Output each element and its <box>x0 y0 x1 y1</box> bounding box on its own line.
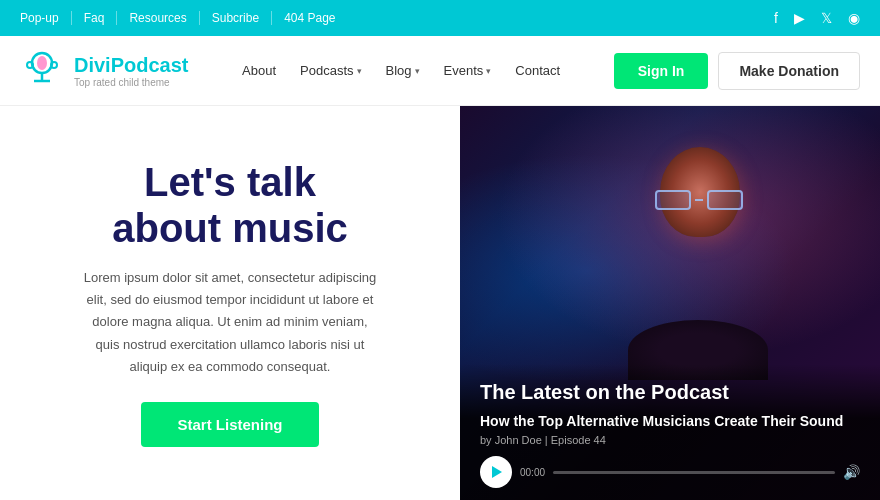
podcasts-arrow-icon: ▾ <box>357 66 362 76</box>
podcast-panel: The Latest on the Podcast How the Top Al… <box>460 106 880 500</box>
glasses <box>655 189 745 211</box>
hero-section: Let's talk about music Lorem ipsum dolor… <box>0 106 460 500</box>
play-icon <box>492 466 502 478</box>
time-display: 00:00 <box>520 467 545 478</box>
facebook-icon[interactable]: f <box>774 10 778 26</box>
social-icons: f ▶ 𝕏 ◉ <box>774 10 860 26</box>
topbar-link-subscribe[interactable]: Subcribe <box>200 11 272 25</box>
nav-podcasts[interactable]: Podcasts ▾ <box>290 57 371 84</box>
blog-arrow-icon: ▾ <box>415 66 420 76</box>
top-bar-nav: Pop-up Faq Resources Subcribe 404 Page <box>20 11 348 25</box>
instagram-icon[interactable]: ◉ <box>848 10 860 26</box>
header-buttons: Sign In Make Donation <box>614 52 860 90</box>
player-bar: 00:00 🔊 <box>480 456 860 488</box>
nav-contact[interactable]: Contact <box>505 57 570 84</box>
logo-text: DiviPodcast Top rated child theme <box>74 54 189 88</box>
man-figure <box>460 106 880 380</box>
main-content: Let's talk about music Lorem ipsum dolor… <box>0 106 880 500</box>
topbar-link-resources[interactable]: Resources <box>117 11 199 25</box>
play-button[interactable] <box>480 456 512 488</box>
podcast-overlay: The Latest on the Podcast How the Top Al… <box>460 364 880 500</box>
svg-point-1 <box>37 56 47 70</box>
donate-button[interactable]: Make Donation <box>718 52 860 90</box>
right-lens <box>707 190 743 210</box>
hero-description: Lorem ipsum dolor sit amet, consectetur … <box>80 267 380 377</box>
logo-subtitle: Top rated child theme <box>74 77 189 88</box>
podcast-image: The Latest on the Podcast How the Top Al… <box>460 106 880 500</box>
top-bar: Pop-up Faq Resources Subcribe 404 Page f… <box>0 0 880 36</box>
podcast-author: by John Doe | Episode 44 <box>480 434 860 446</box>
podcast-tag-label: The Latest on the Podcast <box>480 380 860 404</box>
nav-about[interactable]: About <box>232 57 286 84</box>
logo-icon <box>20 49 64 93</box>
twitter-icon[interactable]: 𝕏 <box>821 10 832 26</box>
man-head <box>650 147 750 267</box>
main-nav: About Podcasts ▾ Blog ▾ Events ▾ Contact <box>232 57 570 84</box>
header: DiviPodcast Top rated child theme About … <box>0 36 880 106</box>
episode-title: How the Top Alternative Musicians Create… <box>480 412 860 430</box>
logo-title: DiviPodcast <box>74 54 189 77</box>
start-listening-button[interactable]: Start Listening <box>141 402 318 447</box>
events-arrow-icon: ▾ <box>486 66 491 76</box>
youtube-icon[interactable]: ▶ <box>794 10 805 26</box>
nav-events[interactable]: Events ▾ <box>434 57 502 84</box>
hero-title: Let's talk about music <box>112 159 348 251</box>
volume-icon[interactable]: 🔊 <box>843 464 860 480</box>
left-lens <box>655 190 691 210</box>
topbar-link-popup[interactable]: Pop-up <box>20 11 72 25</box>
signin-button[interactable]: Sign In <box>614 53 709 89</box>
glass-bridge <box>695 199 703 201</box>
topbar-link-404[interactable]: 404 Page <box>272 11 347 25</box>
logo[interactable]: DiviPodcast Top rated child theme <box>20 49 189 93</box>
svg-point-5 <box>51 62 57 68</box>
nav-blog[interactable]: Blog ▾ <box>376 57 430 84</box>
topbar-link-faq[interactable]: Faq <box>72 11 118 25</box>
progress-track[interactable] <box>553 471 835 474</box>
svg-point-4 <box>27 62 33 68</box>
